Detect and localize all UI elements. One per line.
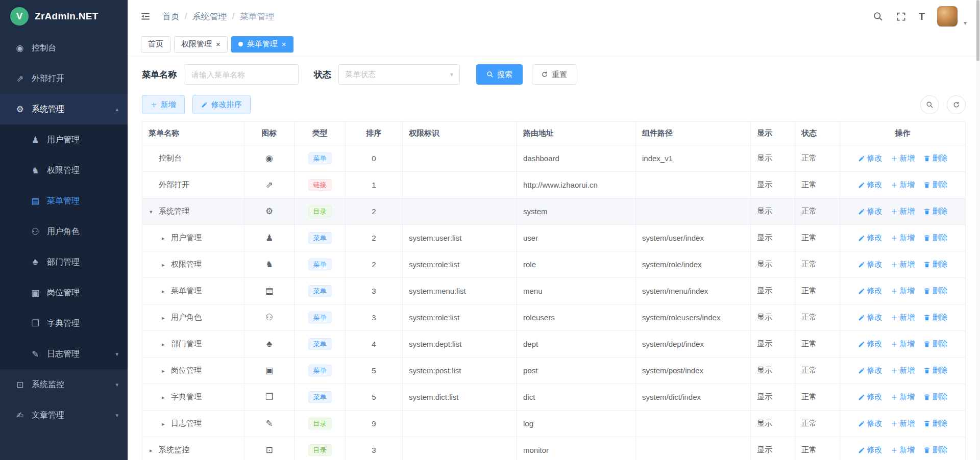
font-size-icon[interactable]: T (919, 11, 925, 22)
edit-button[interactable]: 修改 (858, 419, 883, 428)
user-menu-caret-icon[interactable]: ▾ (964, 19, 967, 27)
add-button[interactable]: 新增 (891, 392, 915, 402)
cell-visible: 显示 (751, 411, 795, 437)
add-button[interactable]: 新增 (891, 366, 915, 375)
sidebar-item-menu[interactable]: ▤菜单管理 (0, 186, 128, 216)
expand-row-icon[interactable]: ▸ (162, 235, 171, 242)
edit-button[interactable]: 修改 (858, 339, 883, 349)
breadcrumb-item[interactable]: 首页 (162, 11, 180, 22)
fullscreen-icon[interactable] (896, 11, 906, 22)
table-row[interactable]: ▸部门管理♣菜单4system:dept:listdeptsystem/dept… (142, 331, 966, 357)
expand-row-icon[interactable]: ▸ (162, 368, 171, 374)
expand-row-icon[interactable]: ▸ (150, 447, 159, 454)
edit-button[interactable]: 修改 (858, 366, 883, 375)
edit-button[interactable]: 修改 (858, 392, 883, 402)
add-button[interactable]: 新增 (891, 180, 915, 190)
delete-button[interactable]: 删除 (923, 233, 948, 243)
sidebar-item-monitor[interactable]: ⊡系统监控▾ (0, 369, 128, 400)
delete-button[interactable]: 删除 (923, 392, 948, 402)
sidebar-item-system[interactable]: ⚙系统管理▴ (0, 94, 128, 124)
tab-home[interactable]: 首页 (141, 36, 170, 53)
add-menu-button[interactable]: 新增 (142, 95, 185, 114)
status-select[interactable]: 菜单状态 ▾ (338, 64, 460, 85)
close-tab-icon[interactable]: × (282, 40, 286, 48)
sidebar-item-role[interactable]: ♞权限管理 (0, 155, 128, 186)
table-row[interactable]: ▸外部打开⇗链接1http://www.izhaorui.cn显示正常 修改 新… (142, 172, 966, 198)
table-row[interactable]: ▸权限管理♞菜单2system:role:listrolesystem/role… (142, 251, 966, 278)
delete-button[interactable]: 删除 (923, 207, 948, 216)
add-button[interactable]: 新增 (891, 313, 915, 322)
menu-name-input[interactable] (184, 64, 299, 85)
sidebar-toggle-icon[interactable] (140, 11, 151, 22)
delete-button[interactable]: 删除 (923, 260, 948, 269)
cell-perm (403, 411, 517, 437)
sidebar-item-user[interactable]: ♟用户管理 (0, 124, 128, 155)
collapse-row-icon[interactable]: ▾ (150, 209, 159, 215)
breadcrumb-item[interactable]: 系统管理 (192, 11, 227, 22)
table-row[interactable]: ▸岗位管理▣菜单5system:post:listpostsystem/post… (142, 357, 966, 384)
table-row[interactable]: ▸用户管理♟菜单2system:user:listusersystem/user… (142, 225, 966, 251)
delete-button[interactable]: 删除 (923, 154, 948, 163)
refresh-button[interactable] (947, 95, 966, 114)
delete-button[interactable]: 删除 (923, 313, 948, 322)
sidebar-item-external[interactable]: ⇗外部打开 (0, 63, 128, 94)
cell-menu-name: ▾系统管理 (142, 198, 244, 225)
add-button[interactable]: 新增 (891, 207, 915, 216)
search-button[interactable]: 搜索 (476, 64, 523, 85)
expand-row-icon[interactable]: ▸ (162, 315, 171, 321)
add-button[interactable]: 新增 (891, 339, 915, 349)
breadcrumb-item: 菜单管理 (239, 11, 274, 22)
delete-button[interactable]: 删除 (923, 445, 948, 455)
close-tab-icon[interactable]: × (216, 40, 220, 48)
cell-sort: 5 (346, 357, 403, 384)
cell-perm: system:dept:list (403, 331, 517, 357)
table-row[interactable]: ▸用户角色⚇菜单3system:role:listroleuserssystem… (142, 304, 966, 331)
edit-button[interactable]: 修改 (858, 445, 883, 455)
edit-button[interactable]: 修改 (858, 233, 883, 243)
sort-edit-button[interactable]: 修改排序 (192, 95, 251, 114)
sidebar-item-post[interactable]: ▣岗位管理 (0, 277, 128, 308)
tab-menu[interactable]: 菜单管理× (231, 36, 293, 53)
edit-button[interactable]: 修改 (858, 260, 883, 269)
avatar[interactable] (937, 6, 958, 27)
table-row[interactable]: ▸日志管理✎目录9log显示正常 修改 新增 删除 (142, 411, 966, 437)
table-row[interactable]: ▸菜单管理▤菜单3system:menu:listmenusystem/menu… (142, 278, 966, 304)
expand-row-icon[interactable]: ▸ (162, 341, 171, 348)
table-row[interactable]: ▸字典管理❐菜单5system:dict:listdictsystem/dict… (142, 384, 966, 411)
scrollbar[interactable] (976, 0, 980, 460)
toggle-search-button[interactable] (920, 95, 939, 114)
sidebar-item-dashboard[interactable]: ◉控制台 (0, 33, 128, 63)
reset-button[interactable]: 重置 (532, 64, 576, 85)
add-button[interactable]: 新增 (891, 260, 915, 269)
expand-row-icon[interactable]: ▸ (162, 288, 171, 295)
delete-button[interactable]: 删除 (923, 366, 948, 375)
sidebar-item-log[interactable]: ✎日志管理▾ (0, 339, 128, 369)
add-button[interactable]: 新增 (891, 286, 915, 296)
add-button[interactable]: 新增 (891, 419, 915, 428)
add-button[interactable]: 新增 (891, 154, 915, 163)
table-row[interactable]: ▸控制台◉菜单0dashboardindex_v1显示正常 修改 新增 删除 (142, 145, 966, 172)
expand-row-icon[interactable]: ▸ (162, 394, 171, 401)
expand-row-icon[interactable]: ▸ (162, 262, 171, 268)
delete-button[interactable]: 删除 (923, 419, 948, 428)
delete-button[interactable]: 删除 (923, 339, 948, 349)
add-button[interactable]: 新增 (891, 445, 915, 455)
edit-button[interactable]: 修改 (858, 313, 883, 322)
add-button[interactable]: 新增 (891, 233, 915, 243)
sidebar-item-dict[interactable]: ❐字典管理 (0, 308, 128, 339)
search-icon[interactable] (873, 11, 884, 22)
expand-row-icon[interactable]: ▸ (162, 421, 171, 427)
edit-button[interactable]: 修改 (858, 286, 883, 296)
tab-role[interactable]: 权限管理× (174, 36, 228, 53)
sidebar-item-dept[interactable]: ♣部门管理 (0, 247, 128, 277)
delete-button[interactable]: 删除 (923, 180, 948, 190)
edit-button[interactable]: 修改 (858, 180, 883, 190)
table-row[interactable]: ▸系统监控⊡目录3monitor显示正常 修改 新增 删除 (142, 437, 966, 460)
delete-button[interactable]: 删除 (923, 286, 948, 296)
edit-button[interactable]: 修改 (858, 207, 883, 216)
sidebar-item-article[interactable]: ✍文章管理▾ (0, 400, 128, 430)
scrollbar-thumb[interactable] (976, 0, 979, 61)
sidebar-item-roleusers[interactable]: ⚇用户角色 (0, 216, 128, 247)
table-row[interactable]: ▾系统管理⚙目录2system显示正常 修改 新增 删除 (142, 198, 966, 225)
edit-button[interactable]: 修改 (858, 154, 883, 163)
